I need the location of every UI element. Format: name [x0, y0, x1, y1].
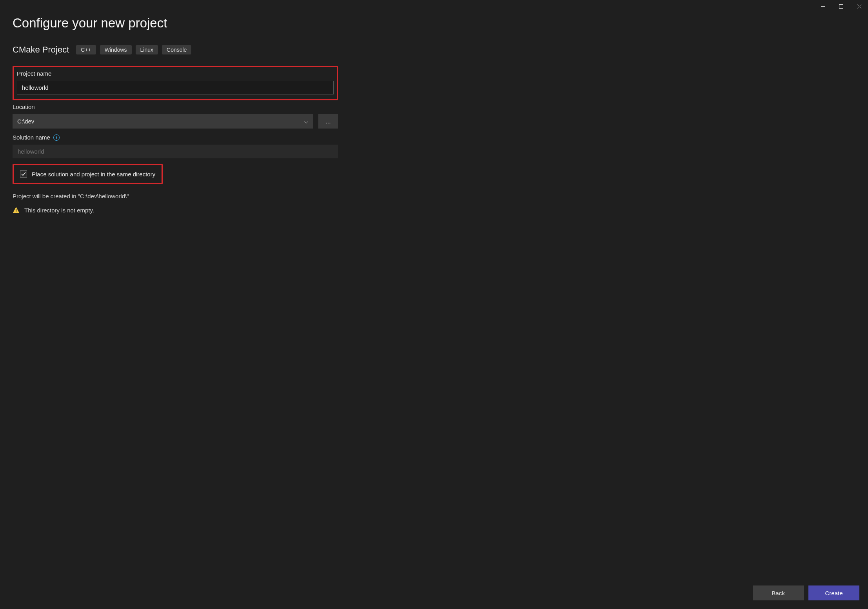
- checkmark-icon: [21, 172, 26, 176]
- maximize-icon: [839, 4, 843, 9]
- tag-linux: Linux: [136, 45, 158, 54]
- location-select[interactable]: C:\dev: [13, 114, 313, 129]
- close-button[interactable]: [850, 0, 868, 13]
- svg-rect-5: [16, 211, 16, 212]
- project-name-input[interactable]: [17, 81, 334, 94]
- titlebar: [814, 0, 868, 13]
- solution-name-group: Solution name i: [13, 134, 338, 158]
- minimize-icon: [821, 4, 825, 9]
- same-directory-label: Place solution and project in the same d…: [32, 171, 155, 178]
- tag-console: Console: [162, 45, 191, 54]
- location-label: Location: [13, 103, 338, 110]
- close-icon: [857, 4, 861, 9]
- svg-rect-4: [16, 209, 16, 211]
- solution-name-input: [13, 145, 338, 158]
- create-button[interactable]: Create: [808, 585, 859, 600]
- template-name: CMake Project: [13, 45, 69, 55]
- svg-rect-1: [839, 4, 843, 8]
- footer: Back Create: [0, 578, 868, 609]
- back-button[interactable]: Back: [753, 585, 804, 600]
- content-area: Configure your new project CMake Project…: [0, 0, 868, 578]
- tag-cpp: C++: [76, 45, 96, 54]
- form-column: Project name Location C:\dev ...: [13, 66, 338, 214]
- same-directory-checkbox[interactable]: [20, 170, 27, 178]
- warning-row: This directory is not empty.: [13, 207, 338, 214]
- tag-windows: Windows: [100, 45, 132, 54]
- browse-button[interactable]: ...: [318, 114, 338, 129]
- same-directory-checkbox-row[interactable]: Place solution and project in the same d…: [18, 168, 158, 180]
- minimize-button[interactable]: [814, 0, 832, 13]
- template-tags: C++ Windows Linux Console: [76, 45, 191, 54]
- solution-name-label-text: Solution name: [13, 134, 50, 141]
- same-directory-highlight: Place solution and project in the same d…: [13, 164, 163, 184]
- warning-text: This directory is not empty.: [24, 207, 94, 214]
- dialog-window: Configure your new project CMake Project…: [0, 0, 868, 609]
- project-path-summary: Project will be created in "C:\dev\hello…: [13, 193, 338, 199]
- warning-icon: [13, 207, 20, 214]
- solution-name-label: Solution name i: [13, 134, 338, 141]
- project-name-label: Project name: [17, 70, 334, 77]
- maximize-button[interactable]: [832, 0, 850, 13]
- template-header: CMake Project C++ Windows Linux Console: [13, 45, 855, 55]
- location-group: Location C:\dev ...: [13, 103, 338, 129]
- location-select-wrap: C:\dev: [13, 114, 313, 129]
- info-icon[interactable]: i: [53, 134, 60, 141]
- page-title: Configure your new project: [13, 16, 855, 31]
- project-name-highlight: Project name: [13, 66, 338, 100]
